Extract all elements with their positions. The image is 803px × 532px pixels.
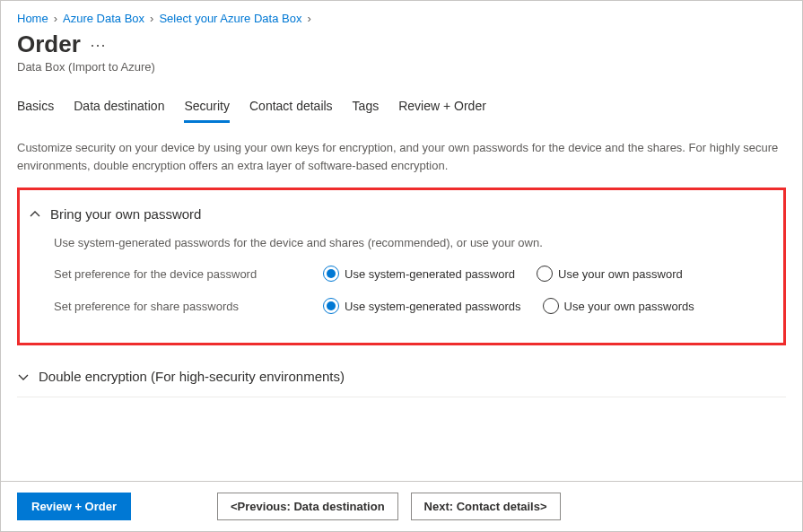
content-area: Home › Azure Data Box › Select your Azur… [1,1,802,397]
accordion-password-title: Bring your own password [50,206,201,222]
pref-label-device: Set preference for the device password [54,267,323,281]
tab-tags[interactable]: Tags [353,95,380,123]
breadcrumb-link-select[interactable]: Select your Azure Data Box [159,12,301,25]
radio-label: Use your own password [558,267,683,281]
accordion-password-description: Use system-generated passwords for the d… [54,236,774,249]
radio-group-device: Use system-generated password Use your o… [323,266,683,282]
breadcrumb: Home › Azure Data Box › Select your Azur… [17,12,786,25]
radio-label: Use system-generated passwords [345,300,521,313]
chevron-up-icon [29,208,41,221]
tab-basics[interactable]: Basics [17,95,54,123]
chevron-right-icon: › [307,12,310,25]
next-button[interactable]: Next: Contact details> [411,493,561,520]
tab-review-order[interactable]: Review + Order [398,95,486,123]
radio-device-system[interactable]: Use system-generated password [323,266,515,282]
page-subtitle: Data Box (Import to Azure) [17,60,786,74]
breadcrumb-link-home[interactable]: Home [17,12,48,25]
pref-row-device-password: Set preference for the device password U… [54,266,774,282]
radio-unselected-icon [543,298,559,314]
page-frame: Home › Azure Data Box › Select your Azur… [0,0,803,532]
page-title: Order [17,31,81,58]
radio-label: Use your own passwords [564,300,694,313]
footer-bar: Review + Order <Previous: Data destinati… [1,481,802,531]
previous-button[interactable]: <Previous: Data destination [217,493,398,520]
radio-label: Use system-generated password [345,267,515,281]
intro-text: Customize security on your device by usi… [17,139,786,175]
review-order-button[interactable]: Review + Order [17,493,131,520]
radio-selected-icon [323,266,339,282]
accordion-password-body: Use system-generated passwords for the d… [29,223,774,314]
chevron-right-icon: › [54,12,57,25]
radio-unselected-icon [537,266,553,282]
accordion-password-header[interactable]: Bring your own password [29,205,774,223]
accordion-encryption-title: Double encryption (For high-security env… [39,369,345,384]
more-actions-icon[interactable]: ⋯ [90,35,107,55]
accordion-encryption-header[interactable]: Double encryption (For high-security env… [17,367,786,386]
breadcrumb-link-databox[interactable]: Azure Data Box [63,12,144,25]
pref-label-share: Set preference for share passwords [54,300,323,313]
tab-security[interactable]: Security [184,95,230,123]
tab-bar: Basics Data destination Security Contact… [17,95,786,123]
radio-device-own[interactable]: Use your own password [537,266,683,282]
title-row: Order ⋯ [17,31,786,58]
pref-row-share-passwords: Set preference for share passwords Use s… [54,298,774,314]
highlight-box: Bring your own password Use system-gener… [17,188,786,345]
radio-group-share: Use system-generated passwords Use your … [323,298,694,314]
radio-share-system[interactable]: Use system-generated passwords [323,298,521,314]
chevron-down-icon [17,371,30,383]
tab-data-destination[interactable]: Data destination [74,95,164,123]
tab-contact-details[interactable]: Contact details [249,95,333,123]
chevron-right-icon: › [150,12,153,25]
radio-selected-icon [323,298,339,314]
accordion-encryption: Double encryption (For high-security env… [17,358,786,397]
accordion-password: Bring your own password Use system-gener… [29,201,774,325]
radio-share-own[interactable]: Use your own passwords [543,298,694,314]
